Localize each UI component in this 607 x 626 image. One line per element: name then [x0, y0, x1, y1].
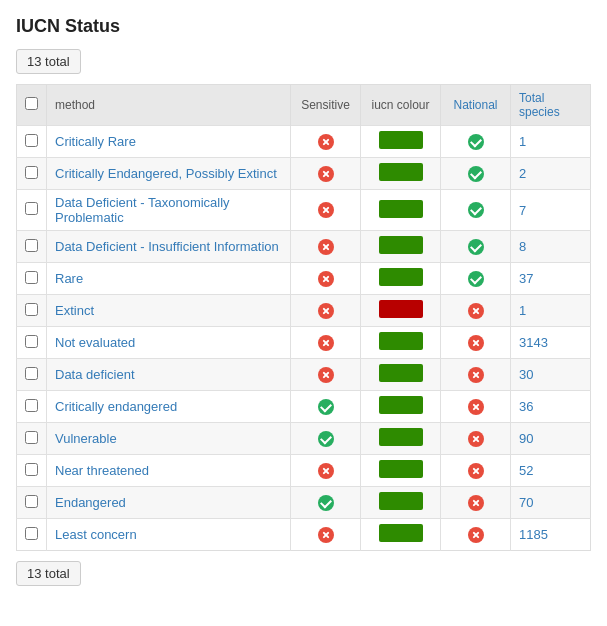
- row-checkbox[interactable]: [25, 399, 38, 412]
- row-checkbox[interactable]: [25, 202, 38, 215]
- method-link[interactable]: Data deficient: [55, 367, 135, 382]
- iucn-colour-block: [379, 524, 423, 542]
- row-method[interactable]: Near threatened: [47, 455, 291, 487]
- row-method[interactable]: Rare: [47, 263, 291, 295]
- table-row: Endangered70: [17, 487, 591, 519]
- iucn-table: method Sensitive iucn colour National To…: [16, 84, 591, 551]
- table-row: Rare37: [17, 263, 591, 295]
- row-checkbox-cell[interactable]: [17, 423, 47, 455]
- method-link[interactable]: Critically Endangered, Possibly Extinct: [55, 166, 277, 181]
- row-checkbox-cell[interactable]: [17, 359, 47, 391]
- header-checkbox-cell[interactable]: [17, 85, 47, 126]
- method-link[interactable]: Rare: [55, 271, 83, 286]
- row-checkbox-cell[interactable]: [17, 487, 47, 519]
- row-checkbox[interactable]: [25, 239, 38, 252]
- row-iucn-colour: [361, 519, 441, 551]
- row-sensitive: [291, 327, 361, 359]
- row-checkbox-cell[interactable]: [17, 519, 47, 551]
- method-link[interactable]: Vulnerable: [55, 431, 117, 446]
- iucn-colour-block: [379, 300, 423, 318]
- row-sensitive: [291, 391, 361, 423]
- row-checkbox-cell[interactable]: [17, 455, 47, 487]
- row-method[interactable]: Least concern: [47, 519, 291, 551]
- row-method[interactable]: Data Deficient - Taxonomically Problemat…: [47, 190, 291, 231]
- method-link[interactable]: Data Deficient - Taxonomically Problemat…: [55, 195, 230, 225]
- cross-icon: [468, 399, 484, 415]
- cross-icon: [468, 335, 484, 351]
- row-iucn-colour: [361, 231, 441, 263]
- row-national: [441, 126, 511, 158]
- row-checkbox[interactable]: [25, 134, 38, 147]
- method-link[interactable]: Extinct: [55, 303, 94, 318]
- row-method[interactable]: Data Deficient - Insufficient Informatio…: [47, 231, 291, 263]
- row-method[interactable]: Extinct: [47, 295, 291, 327]
- row-method[interactable]: Endangered: [47, 487, 291, 519]
- row-checkbox-cell[interactable]: [17, 327, 47, 359]
- table-row: Vulnerable90: [17, 423, 591, 455]
- row-total-species: 1: [511, 295, 591, 327]
- row-iucn-colour: [361, 190, 441, 231]
- method-link[interactable]: Near threatened: [55, 463, 149, 478]
- table-row: Not evaluated3143: [17, 327, 591, 359]
- method-link[interactable]: Endangered: [55, 495, 126, 510]
- row-checkbox-cell[interactable]: [17, 231, 47, 263]
- iucn-colour-block: [379, 163, 423, 181]
- row-method[interactable]: Data deficient: [47, 359, 291, 391]
- row-sensitive: [291, 126, 361, 158]
- method-link[interactable]: Not evaluated: [55, 335, 135, 350]
- row-checkbox-cell[interactable]: [17, 391, 47, 423]
- row-total-species: 52: [511, 455, 591, 487]
- row-total-species: 2: [511, 158, 591, 190]
- method-link[interactable]: Least concern: [55, 527, 137, 542]
- cross-icon: [468, 463, 484, 479]
- check-icon: [468, 134, 484, 150]
- row-checkbox-cell[interactable]: [17, 158, 47, 190]
- row-national: [441, 327, 511, 359]
- row-checkbox[interactable]: [25, 527, 38, 540]
- row-method[interactable]: Critically Endangered, Possibly Extinct: [47, 158, 291, 190]
- row-national: [441, 519, 511, 551]
- row-national: [441, 487, 511, 519]
- row-checkbox[interactable]: [25, 431, 38, 444]
- row-national: [441, 263, 511, 295]
- cross-icon: [468, 527, 484, 543]
- cross-icon: [318, 527, 334, 543]
- row-checkbox[interactable]: [25, 463, 38, 476]
- row-national: [441, 190, 511, 231]
- iucn-colour-block: [379, 200, 423, 218]
- row-checkbox-cell[interactable]: [17, 295, 47, 327]
- cross-icon: [318, 303, 334, 319]
- row-total-species: 36: [511, 391, 591, 423]
- iucn-colour-block: [379, 396, 423, 414]
- row-method[interactable]: Vulnerable: [47, 423, 291, 455]
- table-row: Critically Rare1: [17, 126, 591, 158]
- row-checkbox-cell[interactable]: [17, 263, 47, 295]
- cross-icon: [318, 463, 334, 479]
- method-link[interactable]: Data Deficient - Insufficient Informatio…: [55, 239, 279, 254]
- row-national: [441, 158, 511, 190]
- row-checkbox-cell[interactable]: [17, 126, 47, 158]
- row-iucn-colour: [361, 126, 441, 158]
- check-icon: [468, 166, 484, 182]
- select-all-checkbox[interactable]: [25, 97, 38, 110]
- row-checkbox[interactable]: [25, 335, 38, 348]
- row-checkbox[interactable]: [25, 303, 38, 316]
- row-method[interactable]: Critically endangered: [47, 391, 291, 423]
- method-link[interactable]: Critically endangered: [55, 399, 177, 414]
- row-method[interactable]: Not evaluated: [47, 327, 291, 359]
- row-checkbox[interactable]: [25, 367, 38, 380]
- row-method[interactable]: Critically Rare: [47, 126, 291, 158]
- row-checkbox[interactable]: [25, 166, 38, 179]
- iucn-colour-block: [379, 492, 423, 510]
- row-sensitive: [291, 423, 361, 455]
- method-link[interactable]: Critically Rare: [55, 134, 136, 149]
- row-national: [441, 359, 511, 391]
- row-checkbox[interactable]: [25, 495, 38, 508]
- row-national: [441, 391, 511, 423]
- row-checkbox-cell[interactable]: [17, 190, 47, 231]
- row-checkbox[interactable]: [25, 271, 38, 284]
- header-national: National: [441, 85, 511, 126]
- row-sensitive: [291, 359, 361, 391]
- row-iucn-colour: [361, 391, 441, 423]
- iucn-colour-block: [379, 428, 423, 446]
